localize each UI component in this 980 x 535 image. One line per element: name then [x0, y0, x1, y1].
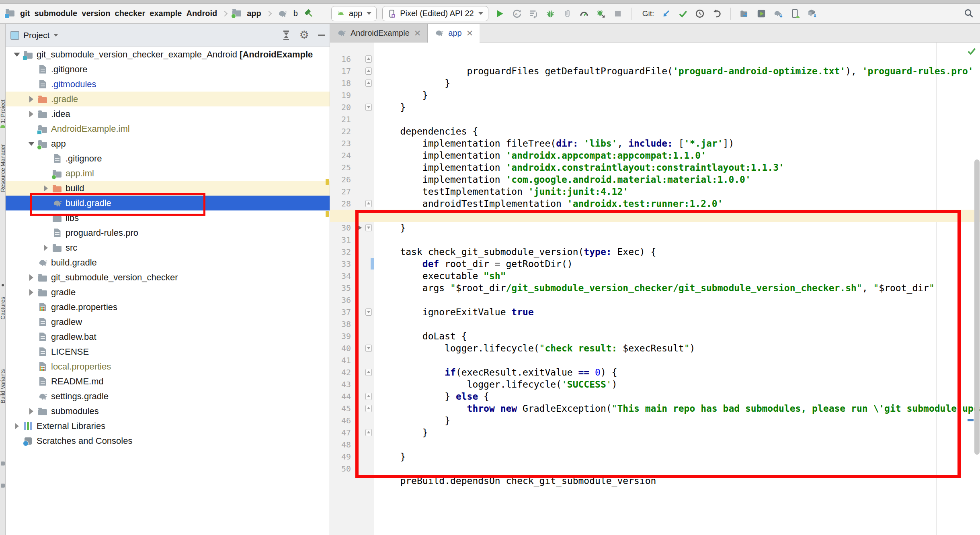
tab-androidexample[interactable]: AndroidExample ✕ [330, 24, 428, 43]
tree-row-readme-md[interactable]: README.md [6, 374, 330, 389]
fold-marker-icon[interactable] [365, 308, 372, 316]
git-rollback-button[interactable] [711, 8, 722, 19]
toolwindow-mini-icon[interactable] [1, 484, 5, 488]
device-select[interactable]: Pixel (Edited) API 22 [382, 6, 488, 21]
tree-arrow[interactable] [26, 111, 37, 117]
gear-icon[interactable]: ⚙ [299, 30, 309, 41]
fold-marker-icon[interactable] [365, 405, 372, 412]
tree-row-gradlew-bat[interactable]: gradlew.bat [6, 329, 330, 344]
fold-marker-icon[interactable] [365, 67, 372, 75]
tree-row-app-iml[interactable]: app.iml [6, 166, 330, 181]
code-line[interactable]: 33 executable "sh" [330, 246, 980, 258]
editor-scrollbar[interactable] [974, 159, 980, 455]
tree-row-proguard-rules-pro[interactable]: proguard-rules.pro [6, 225, 330, 240]
tree-row-src[interactable]: src [6, 240, 330, 255]
code-line[interactable]: 50 preBuild.dependsOn check_git_submodul… [330, 451, 980, 463]
tree-row--gitignore[interactable]: .gitignore [6, 151, 330, 166]
tree-row-submodules[interactable]: submodules [6, 404, 330, 419]
tree-arrow[interactable] [40, 245, 51, 251]
debug-button[interactable] [545, 8, 556, 19]
tree-arrow[interactable] [11, 53, 22, 57]
stop-button[interactable] [612, 8, 623, 19]
fold-marker-icon[interactable] [365, 200, 372, 207]
fold-marker-icon[interactable] [365, 393, 372, 400]
code-line[interactable]: 43 } else { [330, 366, 980, 378]
code-line[interactable]: 48 } [330, 427, 980, 439]
code-line[interactable]: 45 } [330, 390, 980, 402]
git-update-button[interactable] [660, 8, 672, 19]
profiler-button[interactable] [578, 8, 590, 19]
git-history-button[interactable] [694, 8, 705, 19]
toolwindow-project-label[interactable]: 1: Project [0, 47, 6, 123]
tree-row--gitmodules[interactable]: .gitmodules [6, 77, 330, 92]
code-line[interactable]: 17 } [330, 53, 980, 65]
fold-marker-icon[interactable] [365, 345, 372, 352]
breadcrumb-module[interactable]: app [247, 9, 261, 18]
fold-marker-icon[interactable] [365, 369, 372, 376]
tree-row--gradle[interactable]: .gradle [6, 92, 330, 106]
code-line[interactable]: 28 androidTestImplementation 'androidx.t… [330, 186, 980, 198]
tree-row--idea[interactable]: .idea [6, 106, 330, 121]
tree-row-app[interactable]: app [6, 136, 330, 151]
tree-row-local-properties[interactable]: local.properties [6, 359, 330, 374]
build-hammer-icon[interactable] [303, 8, 315, 19]
tree-row-build-gradle[interactable]: build.gradle [6, 255, 330, 270]
toolwindow-captures-label[interactable]: Captures [0, 297, 6, 320]
code-line[interactable]: 18 } [330, 65, 980, 77]
code-line[interactable]: 42 logger.lifecycle('SUCCESS') [330, 354, 980, 366]
tree-row-external-libraries[interactable]: External Libraries [6, 419, 330, 433]
apply-changes-button[interactable]: A [511, 8, 522, 19]
code-area[interactable]: 16 proguardFiles getDefaultProguardFile(… [330, 41, 980, 463]
code-line[interactable]: 40 [330, 330, 980, 342]
code-line[interactable]: 26 testImplementation 'junit:junit:4.12' [330, 161, 980, 174]
tab-app[interactable]: app ✕ [428, 24, 480, 43]
search-everywhere-button[interactable] [963, 8, 974, 19]
tree-row-gradlew[interactable]: gradlew [6, 314, 330, 329]
tree-row--gitignore[interactable]: .gitignore [6, 62, 330, 77]
tree-row-libs[interactable]: libs [6, 210, 330, 225]
project-structure-button[interactable] [739, 8, 750, 19]
inspections-ok-icon[interactable] [966, 46, 977, 56]
toolwindow-resource-manager-label[interactable]: Resource Manager [0, 144, 6, 192]
code-line[interactable]: 19 } [330, 77, 980, 89]
fold-marker-icon[interactable] [365, 104, 372, 111]
close-icon[interactable]: ✕ [466, 29, 474, 38]
line-number[interactable]: 50 [330, 463, 351, 475]
chevron-down-icon[interactable] [53, 34, 58, 37]
collapse-all-button[interactable] [282, 31, 291, 40]
code-line[interactable]: 21 dependencies { [330, 101, 980, 113]
code-line[interactable]: 35 [330, 270, 980, 282]
tree-row-build[interactable]: build [6, 181, 330, 196]
attach-profiler-button[interactable] [562, 8, 573, 19]
android-mini-icon[interactable] [0, 125, 5, 128]
attach-debugger-button[interactable] [595, 8, 607, 19]
tree-arrow[interactable] [26, 96, 37, 102]
fold-marker-icon[interactable] [365, 224, 372, 231]
run-button[interactable] [494, 8, 505, 19]
code-line[interactable]: 24 implementation 'androidx.constraintla… [330, 137, 980, 149]
code-line[interactable]: 29 } [330, 198, 980, 210]
tree-arrow[interactable] [11, 423, 22, 429]
code-line[interactable]: 41 if(execResult.exitValue == 0) { [330, 342, 980, 354]
code-line[interactable]: 23 implementation 'androidx.appcompat:ap… [330, 125, 980, 137]
tree-row-git-submodule-version-checker-example-android[interactable]: git_submodule_version_checker_example_An… [6, 47, 330, 62]
apply-code-changes-button[interactable] [528, 8, 539, 19]
close-icon[interactable]: ✕ [414, 29, 421, 38]
code-line[interactable]: 47 [330, 415, 980, 427]
project-panel-title[interactable]: Project [23, 31, 49, 40]
code-line[interactable]: 22 implementation fileTree(dir: 'libs', … [330, 113, 980, 125]
code-line[interactable]: 20 [330, 89, 980, 101]
tree-row-settings-gradle[interactable]: settings.gradle [6, 389, 330, 404]
run-config-select[interactable]: app [331, 6, 377, 21]
code-line[interactable]: 16 proguardFiles getDefaultProguardFile(… [330, 41, 980, 53]
tree-arrow[interactable] [40, 185, 51, 192]
tree-row-gradle[interactable]: gradle [6, 285, 330, 300]
code-line[interactable]: 34 args "$root_dir/git_submodule_version… [330, 258, 980, 270]
fold-marker-icon[interactable] [365, 80, 372, 87]
avd-manager-button[interactable] [756, 8, 767, 19]
code-line[interactable]: 27 androidTestImplementation 'androidx.t… [330, 174, 980, 186]
toolwindow-mini-icon[interactable] [1, 461, 5, 466]
fold-marker-icon[interactable] [365, 429, 372, 436]
tree-row-scratches-and-consoles[interactable]: Scratches and Consoles [6, 433, 330, 448]
tree-row-build-gradle[interactable]: build.gradle [6, 196, 330, 210]
